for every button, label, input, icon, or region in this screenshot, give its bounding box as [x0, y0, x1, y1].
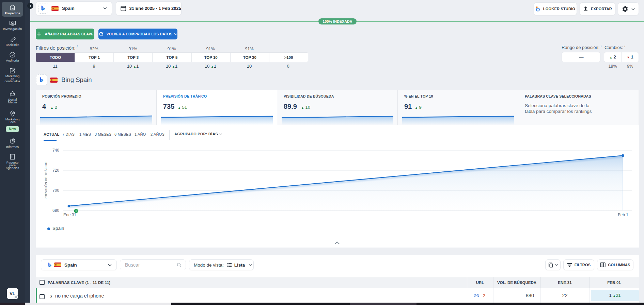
svg-text:700: 700: [52, 188, 59, 193]
svg-text:PREVISIÓN DE TRÁFICO: PREVISIÓN DE TRÁFICO: [44, 162, 48, 200]
svg-text:720: 720: [52, 168, 59, 173]
svg-text:Ene 31: Ene 31: [63, 213, 76, 217]
svg-text:Feb 1: Feb 1: [618, 213, 628, 217]
svg-text:680: 680: [52, 208, 59, 213]
svg-text:740: 740: [52, 148, 59, 153]
